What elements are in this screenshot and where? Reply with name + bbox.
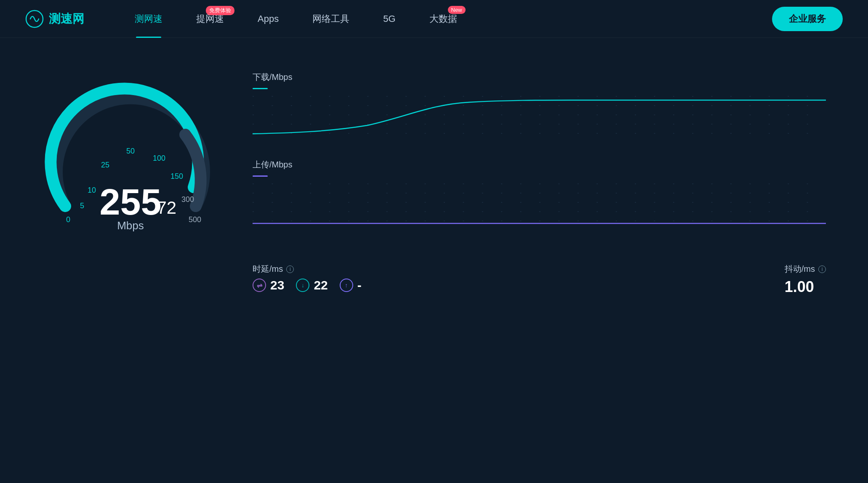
nav: 测网速 免费体验 提网速 Apps 网络工具 5G 大数据 New <box>118 0 772 38</box>
latency-title: 时延/ms i <box>253 263 362 275</box>
latency-avg-value: 23 <box>270 278 284 292</box>
logo-icon <box>25 10 44 28</box>
logo[interactable]: 测速网 <box>25 10 84 28</box>
jitter-info-icon[interactable]: i <box>818 265 826 273</box>
svg-text:300: 300 <box>181 195 194 204</box>
nav-item-test-speed[interactable]: 测网速 <box>118 0 179 38</box>
svg-text:5: 5 <box>80 202 84 210</box>
nav-item-apps[interactable]: Apps <box>241 0 296 38</box>
svg-text:.72: .72 <box>152 198 176 218</box>
nav-item-5g[interactable]: 5G <box>366 0 412 38</box>
latency-block: 时延/ms i ⇌ 23 ↓ 22 ↑ - <box>253 263 362 292</box>
logo-text: 测速网 <box>49 11 84 27</box>
download-label: 下载/Mbps <box>253 72 826 83</box>
latency-up-value: - <box>357 278 362 292</box>
svg-text:10: 10 <box>88 186 96 194</box>
nav-item-tools[interactable]: 网络工具 <box>296 0 366 38</box>
latency-down-icon: ↓ <box>296 279 309 292</box>
upload-chart-section: 上传/Mbps <box>253 159 826 234</box>
download-chart-area <box>253 96 826 146</box>
svg-rect-15 <box>253 183 826 230</box>
latency-row: 时延/ms i ⇌ 23 ↓ 22 ↑ - <box>253 255 826 296</box>
speedometer-container: 0 5 10 25 50 100 150 300 500 255 .72 <box>42 63 219 240</box>
latency-avg-item: ⇌ 23 <box>253 278 284 292</box>
latency-up-icon: ↑ <box>340 279 353 292</box>
nav-item-bigdata[interactable]: 大数据 New <box>413 0 474 38</box>
nav-item-boost[interactable]: 免费体验 提网速 <box>179 0 241 38</box>
latency-values: ⇌ 23 ↓ 22 ↑ - <box>253 278 362 292</box>
svg-text:100: 100 <box>153 154 165 162</box>
download-chart-svg <box>253 96 826 142</box>
svg-text:150: 150 <box>170 172 183 180</box>
jitter-block: 抖动/ms i 1.00 <box>785 263 826 296</box>
svg-text:25: 25 <box>101 161 109 169</box>
boost-badge: 免费体验 <box>206 6 234 15</box>
latency-info-icon[interactable]: i <box>286 265 294 273</box>
jitter-value: 1.00 <box>785 278 826 296</box>
upload-chart-svg <box>253 183 826 230</box>
svg-text:50: 50 <box>126 147 135 155</box>
latency-up-item: ↑ - <box>340 278 362 292</box>
svg-rect-14 <box>253 96 826 142</box>
download-chart-section: 下载/Mbps <box>253 72 826 146</box>
enterprise-button[interactable]: 企业服务 <box>772 7 843 31</box>
svg-text:Mbps: Mbps <box>117 219 144 232</box>
main-content: 0 5 10 25 50 100 150 300 500 255 .72 <box>0 38 868 483</box>
svg-text:0: 0 <box>66 215 70 224</box>
svg-text:500: 500 <box>189 215 201 224</box>
download-indicator <box>253 88 268 89</box>
right-panel: 下载/Mbps 上传/Mbps <box>253 63 826 296</box>
speedometer-svg: 0 5 10 25 50 100 150 300 500 255 .72 <box>42 63 219 240</box>
upload-label: 上传/Mbps <box>253 159 826 170</box>
bigdata-badge: New <box>448 6 466 14</box>
upload-indicator <box>253 175 268 177</box>
latency-avg-icon: ⇌ <box>253 279 266 292</box>
latency-down-item: ↓ 22 <box>296 278 327 292</box>
upload-chart-area <box>253 183 826 234</box>
header: 测速网 测网速 免费体验 提网速 Apps 网络工具 5G 大数据 New 企业… <box>0 0 868 38</box>
latency-down-value: 22 <box>314 278 327 292</box>
jitter-title: 抖动/ms i <box>785 263 826 275</box>
speedometer: 0 5 10 25 50 100 150 300 500 255 .72 <box>42 63 219 240</box>
